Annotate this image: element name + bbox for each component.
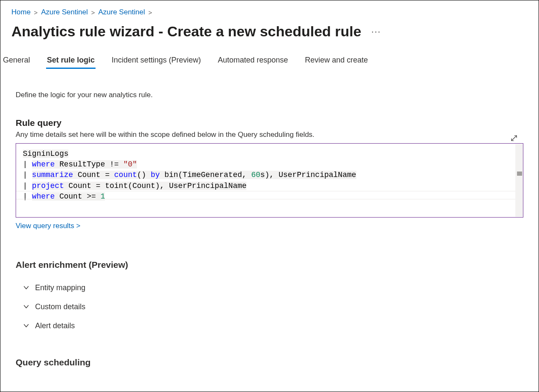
- more-icon[interactable]: ···: [372, 27, 381, 36]
- rule-logic-description: Define the logic for your new analytics …: [16, 91, 523, 99]
- breadcrumb-sep: >: [148, 9, 152, 16]
- accordion-custom-details[interactable]: Custom details: [16, 297, 523, 316]
- query-editor[interactable]: SigninLogs | where ResultType != "0" | s…: [16, 143, 523, 218]
- query-scheduling-heading: Query scheduling: [16, 357, 523, 368]
- tab-general[interactable]: General: [2, 52, 31, 69]
- breadcrumb-item-home[interactable]: Home: [11, 8, 30, 16]
- breadcrumb: Home > Azure Sentinel > Azure Sentinel >: [0, 0, 539, 19]
- accordion-label: Custom details: [35, 302, 85, 311]
- tabs: General Set rule logic Incident settings…: [0, 52, 539, 69]
- breadcrumb-item-sentinel-2[interactable]: Azure Sentinel: [98, 8, 145, 16]
- tab-review-and-create[interactable]: Review and create: [304, 52, 369, 69]
- editor-ruler-line: [16, 199, 515, 199]
- view-query-results-link[interactable]: View query results >: [16, 222, 80, 230]
- tab-incident-settings[interactable]: Incident settings (Preview): [111, 52, 202, 69]
- expand-icon[interactable]: [511, 135, 517, 143]
- tab-set-rule-logic[interactable]: Set rule logic: [46, 52, 96, 69]
- chevron-down-icon: [23, 323, 29, 329]
- page-title-row: Analytics rule wizard - Create a new sch…: [0, 19, 539, 52]
- chevron-down-icon: [23, 304, 29, 310]
- chevron-down-icon: [23, 285, 29, 291]
- query-wrapper: SigninLogs | where ResultType != "0" | s…: [16, 143, 523, 218]
- content-area: Define the logic for your new analytics …: [0, 69, 539, 368]
- page-title: Analytics rule wizard - Create a new sch…: [11, 23, 361, 40]
- tab-automated-response[interactable]: Automated response: [217, 52, 289, 69]
- editor-scrollbar-track[interactable]: [515, 144, 523, 217]
- alert-enrichment-heading: Alert enrichment (Preview): [16, 260, 523, 270]
- rule-query-heading: Rule query: [16, 118, 523, 128]
- editor-ruler-line: [16, 191, 515, 191]
- accordion-label: Entity mapping: [35, 283, 85, 292]
- breadcrumb-sep: >: [34, 9, 38, 16]
- editor-scrollbar-thumb[interactable]: [517, 172, 522, 176]
- accordion-alert-details[interactable]: Alert details: [16, 316, 523, 335]
- rule-query-subtext: Any time details set here will be within…: [16, 131, 523, 139]
- breadcrumb-item-sentinel-1[interactable]: Azure Sentinel: [41, 8, 88, 16]
- breadcrumb-sep: >: [91, 9, 95, 16]
- accordion-label: Alert details: [35, 321, 75, 330]
- accordion-entity-mapping[interactable]: Entity mapping: [16, 278, 523, 297]
